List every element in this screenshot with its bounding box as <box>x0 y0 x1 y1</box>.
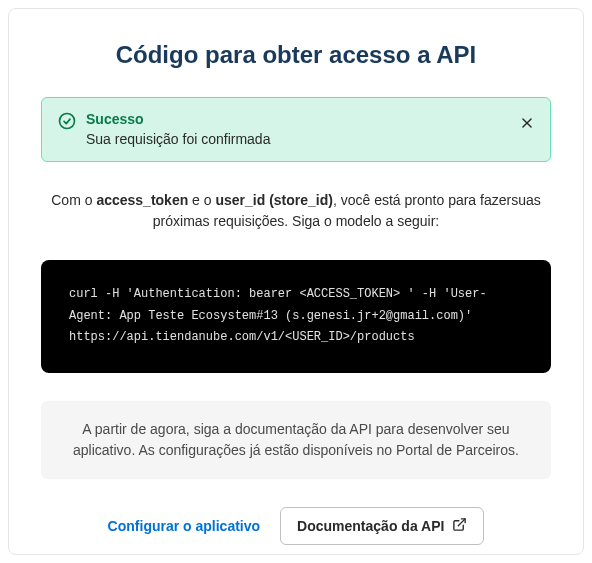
configure-app-link[interactable]: Configurar o aplicativo <box>108 518 260 534</box>
code-block: curl -H 'Authentication: bearer <ACCESS_… <box>41 260 551 373</box>
actions-row: Configurar o aplicativo Documentação da … <box>41 507 551 545</box>
desc-token1: access_token <box>96 192 188 208</box>
svg-line-3 <box>459 519 466 526</box>
api-docs-label: Documentação da API <box>297 518 444 534</box>
desc-mid1: e o <box>188 192 215 208</box>
success-alert: Sucesso Sua requisição foi confirmada <box>41 97 551 162</box>
alert-title: Sucesso <box>86 110 510 130</box>
api-docs-button[interactable]: Documentação da API <box>280 507 484 545</box>
close-icon[interactable] <box>520 116 534 130</box>
info-box: A partir de agora, siga a documentação d… <box>41 401 551 479</box>
description-text: Com o access_token e o user_id (store_id… <box>41 190 551 232</box>
desc-prefix: Com o <box>51 192 96 208</box>
alert-message: Sua requisição foi confirmada <box>86 130 510 150</box>
external-link-icon <box>452 517 467 535</box>
page-title: Código para obter acesso a API <box>41 41 551 69</box>
api-access-card: Código para obter acesso a API Sucesso S… <box>8 8 584 555</box>
desc-token2: user_id (store_id) <box>215 192 332 208</box>
alert-content: Sucesso Sua requisição foi confirmada <box>86 110 510 149</box>
check-circle-icon <box>58 112 76 134</box>
svg-point-0 <box>60 114 75 129</box>
